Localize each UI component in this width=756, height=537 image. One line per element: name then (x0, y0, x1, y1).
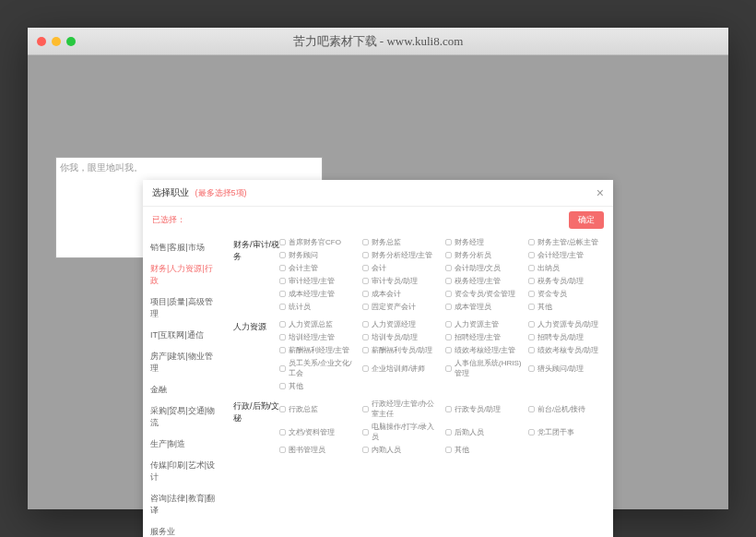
job-option[interactable]: 人事信息系统(HRIS)管理 (445, 358, 525, 378)
checkbox-icon (362, 347, 369, 353)
job-option[interactable]: 财务经理 (445, 237, 525, 247)
job-label: 培训经理/主管 (289, 332, 335, 342)
checkbox-icon (445, 365, 452, 372)
modal-hint: (最多选择5项) (195, 188, 247, 197)
job-option[interactable]: 其他 (445, 445, 525, 455)
job-option[interactable]: 人力资源专员/助理 (528, 319, 608, 329)
sidebar-item[interactable]: 财务|人力资源|行政 (143, 258, 228, 292)
job-option[interactable]: 前台/总机/接待 (528, 399, 608, 419)
sidebar-item[interactable]: 咨询|法律|教育|翻译 (143, 488, 228, 521)
job-option[interactable]: 税务经理/主管 (445, 276, 525, 286)
job-option[interactable]: 人力资源总监 (279, 319, 359, 329)
checkbox-icon (279, 429, 286, 436)
job-option[interactable]: 其他 (528, 302, 608, 312)
checkbox-icon (362, 334, 369, 340)
job-label: 员工关系/企业文化/工会 (289, 358, 359, 378)
job-option[interactable]: 固定资产会计 (362, 302, 442, 312)
job-option[interactable]: 行政经理/主管/办公室主任 (362, 399, 442, 419)
job-option[interactable]: 薪酬福利专员/助理 (362, 345, 442, 355)
sidebar-item[interactable]: 销售|客服|市场 (143, 237, 228, 258)
job-option[interactable]: 税务专员/助理 (528, 276, 608, 286)
job-label: 资金专员/资金管理 (455, 289, 515, 299)
job-option[interactable]: 会计 (362, 263, 442, 273)
job-option[interactable]: 图书管理员 (279, 445, 359, 455)
confirm-button[interactable]: 确定 (569, 211, 604, 229)
job-option[interactable]: 资金专员 (528, 289, 608, 299)
job-option[interactable]: 审计经理/主管 (279, 276, 359, 286)
checkbox-icon (362, 365, 369, 372)
job-option[interactable]: 统计员 (279, 302, 359, 312)
job-option[interactable]: 人力资源主管 (445, 319, 525, 329)
job-label: 出纳员 (537, 263, 560, 273)
job-option[interactable]: 绩效考核专员/助理 (528, 345, 608, 355)
job-option[interactable]: 财务分析经理/主管 (362, 250, 442, 260)
job-option[interactable]: 首席财务官CFO (279, 237, 359, 247)
job-label: 前台/总机/接待 (537, 404, 585, 414)
job-selection-modal: 选择职业 (最多选择5项) × 已选择： 确定 销售|客服|市场财务|人力资源|… (143, 180, 613, 537)
checkbox-icon (528, 291, 535, 297)
modal-title: 选择职业 (152, 187, 189, 197)
job-option[interactable]: 会计助理/文员 (445, 263, 525, 273)
job-option[interactable]: 党工团干事 (528, 422, 608, 442)
checkbox-icon (528, 239, 535, 245)
job-option[interactable]: 后勤人员 (445, 422, 525, 442)
job-label: 行政经理/主管/办公室主任 (372, 399, 442, 419)
sidebar-item[interactable]: 服务业 (143, 521, 228, 537)
job-option[interactable]: 企业培训师/讲师 (362, 358, 442, 378)
job-option[interactable]: 行政总监 (279, 399, 359, 419)
job-option[interactable]: 会计主管 (279, 263, 359, 273)
job-option[interactable]: 审计专员/助理 (362, 276, 442, 286)
checkbox-icon (362, 304, 369, 310)
sidebar-item[interactable]: 生产|制造 (143, 434, 228, 455)
job-option[interactable]: 培训专员/助理 (362, 332, 442, 342)
job-option[interactable]: 成本会计 (362, 289, 442, 299)
job-label: 人力资源总监 (289, 319, 333, 329)
job-option[interactable]: 财务分析员 (445, 250, 525, 260)
sidebar-item[interactable]: 项目|质量|高级管理 (143, 292, 228, 325)
checkbox-icon (362, 291, 369, 297)
job-option[interactable]: 招聘经理/主管 (445, 332, 525, 342)
checkbox-icon (279, 406, 286, 412)
job-option[interactable]: 内勤人员 (362, 445, 442, 455)
checkbox-icon (445, 239, 452, 245)
checkbox-icon (445, 447, 452, 453)
job-option[interactable]: 人力资源经理 (362, 319, 442, 329)
sidebar-item[interactable]: 房产|建筑|物业管理 (143, 346, 228, 379)
job-option[interactable]: 绩效考核经理/主管 (445, 345, 525, 355)
job-option[interactable]: 出纳员 (528, 263, 608, 273)
job-option[interactable]: 招聘专员/助理 (528, 332, 608, 342)
job-option[interactable]: 财务总监 (362, 237, 442, 247)
close-icon[interactable]: × (597, 185, 604, 200)
sidebar-item[interactable]: 金融 (143, 379, 228, 400)
job-option[interactable]: 文档/资料管理 (279, 422, 359, 442)
checkbox-icon (362, 406, 369, 412)
checkbox-icon (528, 278, 535, 284)
checkbox-icon (445, 278, 452, 284)
job-label: 审计专员/助理 (372, 276, 418, 286)
sidebar-item[interactable]: 传媒|印刷|艺术|设计 (143, 455, 228, 488)
job-option[interactable]: 电脑操作/打字/录入员 (362, 422, 442, 442)
sidebar-item[interactable]: IT|互联网|通信 (143, 325, 228, 346)
job-label: 绩效考核经理/主管 (455, 345, 515, 355)
job-option[interactable]: 成本管理员 (445, 302, 525, 312)
checkbox-icon (362, 278, 369, 284)
job-option[interactable]: 其他 (279, 381, 359, 391)
job-option[interactable]: 成本经理/主管 (279, 289, 359, 299)
job-option[interactable]: 财务主管/总帐主管 (528, 237, 608, 247)
job-option[interactable]: 猎头顾问/助理 (528, 358, 608, 378)
job-option[interactable]: 会计经理/主管 (528, 250, 608, 260)
job-option[interactable]: 薪酬福利经理/主管 (279, 345, 359, 355)
job-option[interactable]: 员工关系/企业文化/工会 (279, 358, 359, 378)
job-option[interactable]: 培训经理/主管 (279, 332, 359, 342)
checkbox-icon (445, 429, 452, 436)
options-panel: 财务/审计/税务首席财务官CFO财务总监财务经理财务主管/总帐主管财务顾问财务分… (228, 233, 613, 537)
job-label: 后勤人员 (455, 427, 484, 437)
job-option[interactable]: 财务顾问 (279, 250, 359, 260)
checkbox-icon (528, 365, 535, 372)
job-label: 财务分析员 (455, 250, 491, 260)
job-option[interactable]: 资金专员/资金管理 (445, 289, 525, 299)
checkbox-icon (445, 252, 452, 258)
sidebar-item[interactable]: 采购|贸易|交通|物流 (143, 400, 228, 434)
job-option[interactable]: 行政专员/助理 (445, 399, 525, 419)
checkbox-icon (445, 304, 452, 310)
